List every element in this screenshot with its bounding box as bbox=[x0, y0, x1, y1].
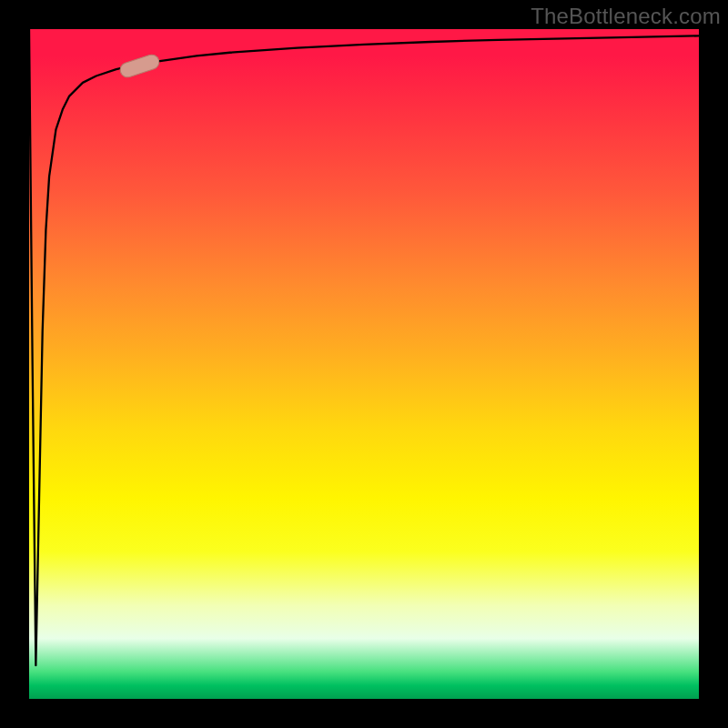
curve-marker bbox=[118, 53, 161, 79]
plot-area bbox=[29, 29, 699, 699]
watermark-text: TheBottleneck.com bbox=[531, 4, 721, 29]
chart-frame: TheBottleneck.com bbox=[0, 0, 728, 728]
svg-rect-0 bbox=[118, 53, 161, 79]
bottleneck-curve bbox=[29, 29, 699, 665]
curve-layer bbox=[29, 29, 699, 699]
